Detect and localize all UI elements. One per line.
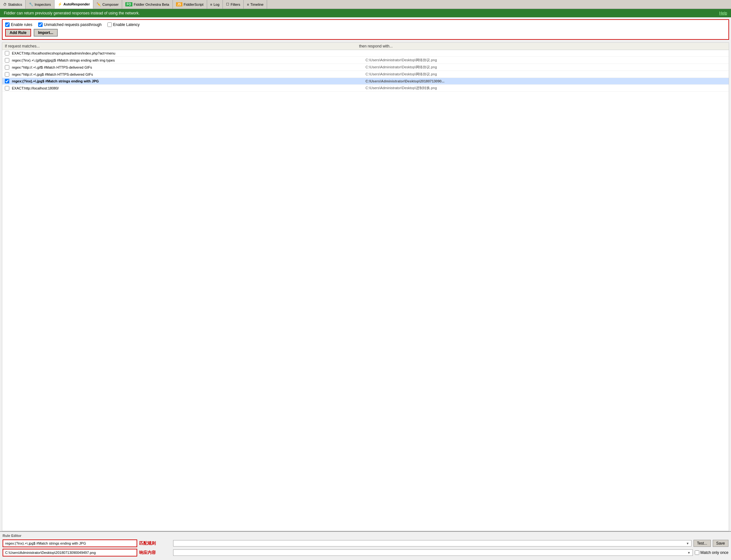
inspectors-icon: 🔧 (29, 2, 33, 6)
enable-rules-checkbox[interactable]: Enable rules (5, 22, 32, 27)
unmatched-passthrough-checkbox[interactable]: Unmatched requests passthrough (38, 22, 102, 27)
enable-rules-input[interactable] (5, 22, 10, 27)
table-row[interactable]: regex:(?inx).+\.(gif|png|jpg)$ #Match st… (2, 57, 729, 64)
row-response-4: C:\Users\Administrator\Desktop\201807130… (366, 79, 726, 83)
add-rule-button[interactable]: Add Rule (5, 29, 31, 37)
row-match-1: regex:(?inx).+\.(gif|png|jpg)$ #Match st… (12, 58, 115, 62)
help-link[interactable]: Help (719, 11, 727, 15)
tab-timeline[interactable]: ≡ Timeline (244, 0, 267, 9)
tab-filters[interactable]: ☐ Filters (223, 0, 244, 9)
row-checkbox-2[interactable] (5, 65, 9, 70)
row-response-5: C:\Users\Administrator\Desktop\进制转换.png (366, 86, 726, 90)
row-checkbox-1[interactable] (5, 58, 9, 63)
rules-table: EXACT:http://localhost/ecshop/upload/adm… (2, 50, 729, 531)
button-row: Add Rule Import... (5, 29, 726, 37)
tab-log[interactable]: ≡ Log (207, 0, 223, 9)
row-match-0: EXACT:http://localhost/ecshop/upload/adm… (12, 51, 115, 55)
row-match-5: EXACT:http://localhost:18080/ (12, 86, 59, 90)
response-dropdown-arrow: ▼ (687, 551, 691, 555)
match-only-once-label: Match only once (701, 550, 728, 555)
row-match-2: regex:^http://.+\.gif$ #Match HTTPS-deli… (12, 65, 92, 69)
match-only-once-container: Match only once (695, 550, 728, 555)
table-row[interactable]: regex:^http://.+\.gif$ #Match HTTPS-deli… (2, 64, 729, 71)
composer-icon: ✏️ (97, 2, 101, 6)
content-area: Enable rules Unmatched requests passthro… (0, 17, 731, 560)
table-row[interactable]: EXACT:http://localhost:18080/ C:\Users\A… (2, 85, 729, 92)
match-label: 匹配规则 (139, 540, 171, 546)
dropdown-arrow: ▼ (686, 542, 689, 545)
fiddler-orchestra-icon: FO (125, 2, 132, 6)
banner-text: Fiddler can return previously generated … (4, 11, 140, 15)
match-dropdown[interactable]: ▼ (173, 540, 692, 547)
enable-latency-input[interactable] (107, 22, 112, 27)
row-checkbox-0[interactable] (5, 51, 9, 55)
editor-response-row: C:\Users\Administrator\Desktop\201807130… (3, 549, 728, 556)
import-button[interactable]: Import... (34, 29, 58, 37)
response-input[interactable]: C:\Users\Administrator\Desktop\201807130… (3, 549, 137, 556)
test-button[interactable]: Test... (693, 540, 711, 547)
fiddlerscript-icon: JS (176, 2, 183, 6)
tab-statistics[interactable]: ⏱ Statistics (0, 0, 26, 9)
editor-match-row: regex:(?inx).+\.jpg$ #Match strings endi… (3, 539, 728, 547)
tab-fiddlerscript[interactable]: JS FiddlerScript (173, 0, 207, 9)
response-dropdown[interactable]: ▼ (173, 549, 693, 556)
tab-autoresponder[interactable]: ⚡ AutoResponder (55, 0, 94, 9)
col3-header (713, 44, 726, 48)
table-row[interactable]: EXACT:http://localhost/ecshop/upload/adm… (2, 50, 729, 57)
row-checkbox-3[interactable] (5, 72, 9, 77)
checkbox-row: Enable rules Unmatched requests passthro… (5, 22, 726, 27)
row-response-3: C:\Users\Administrator\Desktop\网络协议.png (366, 72, 726, 77)
timeline-icon: ≡ (247, 3, 249, 6)
main-wrapper: Fiddler can return previously generated … (0, 9, 731, 560)
response-label: 响应内容 (139, 550, 171, 556)
row-match-3: regex:^http://.+\.jpg$ #Match HTTPS-deli… (12, 72, 93, 76)
col1-header: If request matches... (5, 44, 359, 48)
log-icon: ≡ (210, 3, 212, 6)
table-row[interactable]: regex:^http://.+\.jpg$ #Match HTTPS-deli… (2, 71, 729, 78)
row-response-1: C:\Users\Administrator\Desktop\网络协议.png (366, 58, 726, 63)
statistics-icon: ⏱ (3, 3, 7, 6)
tab-bar: ⏱ Statistics 🔧 Inspectors ⚡ AutoResponde… (0, 0, 731, 9)
tab-fiddler-orchestra[interactable]: FO Fiddler Orchestra Beta (122, 0, 173, 9)
table-row[interactable]: regex:(?inx).+\.jpg$ #Match strings endi… (2, 78, 729, 85)
row-checkbox-5[interactable] (5, 86, 9, 90)
enable-latency-checkbox[interactable]: Enable Latency (107, 22, 140, 27)
autoresponder-icon: ⚡ (58, 2, 62, 6)
rule-editor: Rule Editor regex:(?inx).+\.jpg$ #Match … (0, 531, 731, 560)
save-button[interactable]: Save (713, 540, 728, 547)
match-input[interactable]: regex:(?inx).+\.jpg$ #Match strings endi… (3, 539, 137, 547)
col2-header: then respond with... (359, 44, 713, 48)
match-only-once-checkbox[interactable] (695, 550, 699, 555)
row-match-4: regex:(?inx).+\.jpg$ #Match strings endi… (12, 79, 99, 83)
row-checkbox-4[interactable] (5, 79, 9, 83)
filters-icon: ☐ (226, 2, 229, 6)
tab-composer[interactable]: ✏️ Composer (93, 0, 122, 9)
info-banner: Fiddler can return previously generated … (0, 9, 731, 17)
tab-inspectors[interactable]: 🔧 Inspectors (26, 0, 55, 9)
unmatched-passthrough-input[interactable] (38, 22, 43, 27)
rule-editor-title: Rule Editor (3, 534, 728, 538)
row-response-2: C:\Users\Administrator\Desktop\网络协议.png (366, 65, 726, 70)
